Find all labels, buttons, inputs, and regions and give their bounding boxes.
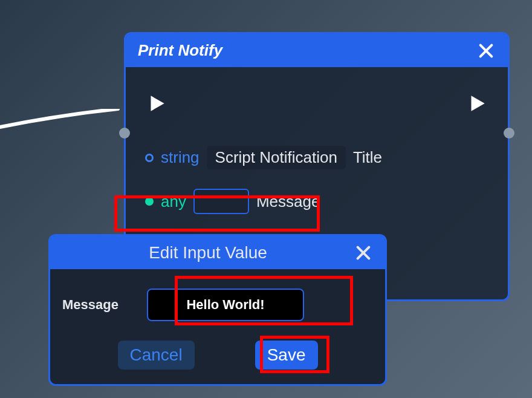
message-value-box[interactable] [193, 189, 249, 214]
param-name-title: Title [353, 148, 382, 167]
button-row: Cancel Save [62, 341, 373, 370]
input-label: Message [62, 297, 135, 313]
dialog-title: Edit Input Value [149, 243, 267, 263]
title-value-box[interactable]: Script Notification [207, 146, 346, 169]
exec-input[interactable] [145, 92, 168, 115]
dialog-header[interactable]: Edit Input Value [50, 236, 385, 269]
exec-row [138, 85, 496, 122]
close-node-button[interactable] [476, 41, 496, 60]
close-dialog-button[interactable] [354, 243, 373, 263]
param-row-message: any Message [138, 189, 496, 214]
string-pin[interactable] [145, 154, 154, 162]
close-icon [355, 244, 372, 261]
param-row-title: string Script Notification Title [138, 146, 496, 169]
node-title: Print Notify [138, 41, 222, 60]
close-icon [478, 42, 495, 59]
type-label-any: any [161, 192, 186, 211]
any-pin[interactable] [145, 197, 154, 206]
param-name-message: Message [256, 192, 320, 211]
input-row: Message [62, 289, 373, 321]
edit-input-dialog: Edit Input Value Message Cancel Save [48, 234, 387, 386]
message-input[interactable] [147, 289, 304, 321]
node-header[interactable]: Print Notify [126, 34, 508, 67]
play-icon [145, 92, 168, 115]
dialog-body: Message Cancel Save [50, 269, 385, 384]
cancel-button[interactable]: Cancel [118, 341, 195, 370]
exec-output[interactable] [465, 92, 488, 115]
play-icon [465, 92, 488, 115]
connection-wire [0, 109, 121, 139]
save-button[interactable]: Save [255, 341, 318, 370]
node-body: string Script Notification Title any Mes… [126, 67, 508, 252]
type-label-string: string [161, 148, 199, 167]
